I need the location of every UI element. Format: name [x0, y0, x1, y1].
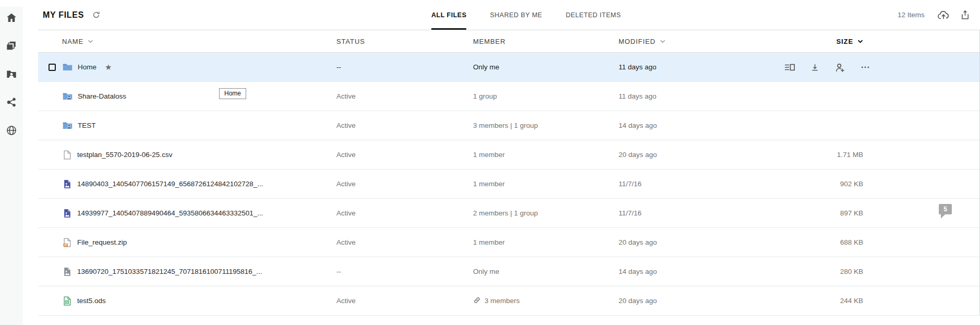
modified-cell: 20 days ago [619, 151, 751, 159]
refresh-icon[interactable] [92, 10, 101, 19]
table-row[interactable]: TEST Active 3 members | 1 group 14 days … [38, 111, 979, 140]
checkbox-cell [38, 64, 62, 71]
table-row[interactable]: ZIP File_request.zip Active 1 member 20 … [38, 228, 979, 257]
cloud-sync-icon[interactable] [937, 9, 950, 21]
name-cell: ZIP File_request.zip [62, 237, 336, 248]
file-name[interactable]: 13690720_1751033571821245_70718161007111… [77, 268, 262, 275]
chevron-down-icon [857, 40, 863, 43]
row-checkbox[interactable] [49, 64, 56, 71]
column-header-modified[interactable]: MODIFIED [619, 38, 751, 45]
tab-shared-by-me[interactable]: SHARED BY ME [490, 0, 542, 30]
name-cell: Share-Dataloss [62, 91, 336, 102]
member-text[interactable]: 1 member [473, 180, 505, 188]
column-header-member[interactable]: MEMBER [473, 38, 619, 45]
details-view-icon[interactable] [784, 62, 795, 73]
net-folders-icon[interactable] [6, 125, 17, 136]
shared-with-me-icon[interactable] [6, 68, 17, 80]
column-header-size[interactable]: SIZE [751, 38, 863, 45]
modified-cell: 20 days ago [619, 297, 751, 305]
file-name[interactable]: test5.ods [77, 297, 106, 305]
status-cell: Active [336, 180, 473, 188]
table-row[interactable]: 14939977_1405407889490464_59358066344633… [38, 199, 979, 228]
comment-count-badge[interactable]: 5 [939, 204, 952, 214]
table-row[interactable]: test5.ods Active 3 members 20 days ago 2… [38, 286, 979, 316]
tooltip: Home [219, 88, 246, 99]
column-header-status[interactable]: STATUS [336, 38, 473, 45]
modified-cell: 14 days ago [619, 122, 751, 129]
file-name[interactable]: Home [78, 63, 96, 71]
shared-folder-icon [62, 91, 73, 102]
tab-all-files[interactable]: ALL FILES [431, 0, 466, 30]
name-cell: 13690720_1751033571821245_70718161007111… [62, 267, 336, 277]
table-row[interactable]: Share-Dataloss Active 1 group 11 days ag… [38, 82, 979, 111]
size-cell: 897 KB [751, 209, 863, 217]
status-cell: -- [336, 63, 473, 71]
more-options-icon[interactable] [860, 62, 870, 73]
name-cell: TEST [62, 120, 336, 131]
member-cell: 1 member [473, 238, 619, 246]
file-icon [62, 150, 72, 160]
member-text[interactable]: Only me [473, 63, 499, 71]
my-files-icon[interactable] [6, 40, 17, 52]
chevron-down-icon [660, 40, 666, 43]
file-name[interactable]: testplan_5570-2019-06-25.csv [77, 151, 172, 159]
status-cell: Active [336, 238, 473, 246]
member-text[interactable]: 1 member [473, 151, 505, 159]
modified-cell: 11/7/16 [619, 209, 751, 217]
download-icon[interactable] [810, 63, 820, 73]
member-text[interactable]: 2 members | 1 group [473, 209, 538, 217]
gray-image-file-icon [62, 267, 72, 277]
table-header-row: NAME STATUS MEMBER MODIFIED SIZE [38, 30, 979, 53]
row-actions [784, 53, 870, 82]
share-user-icon[interactable] [834, 62, 845, 73]
name-cell: testplan_5570-2019-06-25.csv [62, 150, 336, 160]
page-header: MY FILES ALL FILES SHARED BY ME DELETED … [23, 0, 980, 30]
size-cell: 688 KB [751, 238, 863, 246]
shared-folder-icon [62, 120, 73, 131]
status-cell: Active [336, 92, 473, 100]
shared-by-me-icon[interactable] [6, 97, 17, 108]
link-icon [473, 296, 481, 306]
member-text[interactable]: 1 group [473, 92, 497, 100]
file-name[interactable]: File_request.zip [77, 238, 127, 246]
chevron-down-icon [88, 40, 93, 43]
size-cell: 280 KB [751, 268, 863, 275]
member-text[interactable]: 1 member [473, 238, 505, 246]
table-row[interactable]: Home ★ -- Only me 11 days ago [38, 53, 979, 82]
member-text[interactable]: 3 members | 1 group [473, 122, 538, 129]
name-cell: 14939977_1405407889490464_59358066344633… [62, 208, 336, 219]
view-tabs: ALL FILES SHARED BY ME DELETED ITEMS [431, 0, 621, 30]
status-cell: Active [336, 122, 473, 129]
member-cell: 3 members [473, 296, 619, 306]
file-name[interactable]: 14939977_1405407889490464_59358066344633… [77, 209, 263, 217]
header-actions: 12 Items [898, 0, 980, 30]
table-row[interactable]: 13690720_1751033571821245_70718161007111… [38, 257, 979, 286]
file-name[interactable]: 14890403_1405407706157149_65687261248421… [77, 180, 263, 188]
member-cell: 3 members | 1 group [473, 122, 619, 129]
member-cell: 1 member [473, 151, 619, 159]
items-count: 12 Items [898, 11, 925, 19]
table-row[interactable]: testplan_5570-2019-06-25.csv Active 1 me… [38, 140, 979, 170]
table-row[interactable]: 14890403_1405407706157149_65687261248421… [38, 170, 979, 199]
file-name[interactable]: TEST [78, 122, 96, 129]
home-icon[interactable] [6, 12, 17, 23]
export-icon[interactable] [960, 9, 971, 20]
folder-icon [62, 62, 73, 73]
size-cell: 244 KB [751, 297, 863, 305]
column-header-name[interactable]: NAME [62, 38, 336, 45]
status-cell: Active [336, 297, 473, 305]
member-text[interactable]: 3 members [485, 297, 520, 305]
status-cell: Active [336, 209, 473, 217]
modified-cell: 20 days ago [619, 238, 751, 246]
tab-deleted-items[interactable]: DELETED ITEMS [566, 0, 621, 30]
member-cell: 1 group [473, 92, 619, 100]
member-cell: Only me [473, 63, 619, 71]
svg-text:ZIP: ZIP [64, 244, 67, 246]
name-cell: test5.ods [62, 296, 336, 306]
size-cell: 1.71 MB [751, 151, 863, 159]
image-file-icon [62, 208, 72, 219]
table-body: Home ★ -- Only me 11 days ago [38, 53, 979, 316]
member-text[interactable]: Only me [473, 268, 499, 275]
file-name[interactable]: Share-Dataloss [78, 92, 126, 100]
favorite-star-icon[interactable]: ★ [105, 63, 112, 71]
